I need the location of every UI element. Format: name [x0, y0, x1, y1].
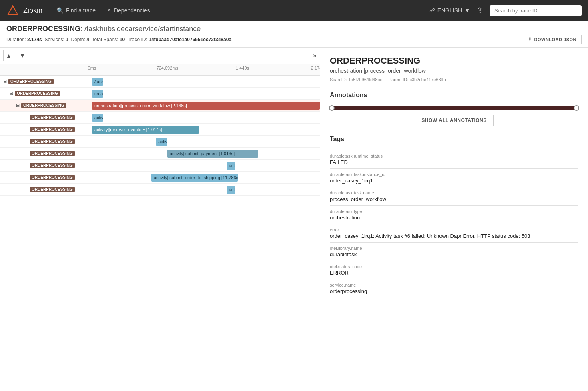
span-bar[interactable]: activity||submit_order_to_shipping [11.7… — [151, 174, 238, 182]
span-bar-area: activity||notify [5.775ms] — [92, 184, 320, 195]
find-trace-link[interactable]: 🔍 Find a trace — [52, 4, 100, 17]
tags-title: Tags — [330, 136, 578, 145]
annotations-title: Annotations — [330, 92, 578, 101]
span-row[interactable]: ORDERPROCESSINGactivity||notify [7.396ms… — [0, 136, 320, 148]
trace-id-value: 14fd0aad70afe1a076551ec72f348a0a — [149, 37, 231, 42]
trace-controls: ▲ ▼ » — [0, 48, 320, 64]
service-label: ORDERPROCESSING — [0, 175, 92, 180]
span-bar[interactable]: activity||submit_payment [1.013s] — [167, 150, 259, 158]
expand-panel-icon[interactable]: » — [313, 52, 317, 59]
span-row[interactable]: ORDERPROCESSINGactivity||submit_payment … — [0, 148, 320, 160]
span-bar[interactable]: activity||notify [7.013ms] — [227, 162, 236, 170]
span-bar-area: activity||submit_payment [1.013s] — [92, 148, 320, 159]
span-row[interactable]: ORDERPROCESSINGactivity||notify [5.775ms… — [0, 184, 320, 196]
nav-right: ☍ ENGLISH ▼ ⇪ — [429, 5, 582, 16]
service-badge: ORDERPROCESSING — [30, 163, 75, 168]
depth-value: 4 — [86, 37, 89, 42]
collapse-all-button[interactable]: ▲ — [3, 50, 14, 61]
span-bar-area: /taskhubsidecarservice/startinstance [5.… — [92, 76, 320, 87]
download-json-button[interactable]: ⇩ DOWNLOAD JSON — [523, 35, 582, 44]
span-bar-area: activity||submit_order_to_shipping [11.7… — [92, 172, 320, 183]
total-spans-value: 10 — [120, 37, 125, 42]
tag-value: orchestration — [330, 215, 578, 221]
service-label: ⊟ORDERPROCESSING — [0, 79, 92, 84]
tag-key: service.name — [330, 283, 578, 287]
span-id-value: 1b5f7b964fd68bef — [348, 77, 384, 82]
service-badge: ORDERPROCESSING — [15, 91, 60, 96]
duration-value: 2.174s — [27, 37, 42, 42]
service-badge: ORDERPROCESSING — [30, 175, 75, 180]
tag-row: durabletask.typeorchestration — [330, 205, 578, 224]
parent-id-label: Parent ID: — [389, 77, 409, 82]
trace-id-search-input[interactable] — [490, 5, 582, 16]
tag-key: error — [330, 227, 578, 232]
expand-toggle[interactable]: ⊟ — [10, 91, 13, 96]
span-bar[interactable]: activity||notify [7.396ms] — [156, 138, 167, 146]
tag-value: order_casey_1irq1 — [330, 178, 578, 184]
service-label: ORDERPROCESSING — [0, 187, 92, 192]
tag-row: durabletask.task.instance_idorder_casey_… — [330, 168, 578, 187]
upload-button[interactable]: ⇪ — [476, 6, 483, 15]
detail-panel: ORDERPROCESSING orchestration||process_o… — [320, 48, 588, 391]
expand-toggle[interactable]: ⊟ — [16, 103, 20, 108]
service-badge: ORDERPROCESSING — [30, 139, 75, 144]
timeline-ruler: 0ms 724.692ms 1.449s 2.174s — [92, 64, 320, 75]
tag-row: errororder_casey_1irq1: Activity task #6… — [330, 224, 578, 242]
detail-operation: orchestration||process_order_workflow — [330, 68, 578, 74]
services-value: 1 — [66, 37, 68, 42]
tag-key: otel.library.name — [330, 246, 578, 251]
span-bar[interactable]: create_orchestration||process_order_work… — [92, 90, 103, 98]
span-row[interactable]: ⊟ORDERPROCESSINGorchestration||process_o… — [0, 100, 320, 112]
span-row[interactable]: ORDERPROCESSINGactivity||submit_order_to… — [0, 172, 320, 184]
logo-text: Zipkin — [23, 6, 42, 15]
tag-value: FAILED — [330, 159, 578, 165]
span-row[interactable]: ⊟ORDERPROCESSING/taskhubsidecarservice/s… — [0, 76, 320, 88]
search-nav-icon: 🔍 — [57, 7, 64, 14]
tag-key: durabletask.runtime_status — [330, 154, 578, 158]
expand-toggle[interactable]: ⊟ — [3, 79, 7, 84]
expand-all-button[interactable]: ▼ — [17, 50, 28, 61]
trace-panel: ▲ ▼ » 0ms 724.692ms 1.449s 2.174s ⊟ORDER… — [0, 48, 320, 391]
service-label: ORDERPROCESSING — [0, 151, 92, 156]
service-label: ORDERPROCESSING — [0, 163, 92, 168]
service-label: ORDERPROCESSING — [0, 139, 92, 144]
service-badge: ORDERPROCESSING — [30, 115, 75, 120]
span-row[interactable]: ORDERPROCESSINGactivity||reserve_invento… — [0, 124, 320, 136]
span-bar[interactable]: activity||reserve_inventory [1.014s] — [92, 126, 199, 134]
span-row[interactable]: ORDERPROCESSINGactivity||notify [5.153ms… — [0, 112, 320, 124]
dependencies-nav-icon: ⚬ — [107, 7, 112, 14]
span-bar[interactable]: activity||notify [5.153ms] — [92, 114, 103, 122]
tag-row: otel.library.namedurabletask — [330, 242, 578, 261]
span-bar-area: create_orchestration||process_order_work… — [92, 88, 320, 99]
span-bar-area: activity||notify [5.153ms] — [92, 112, 320, 123]
span-row[interactable]: ⊟ORDERPROCESSINGcreate_orchestration||pr… — [0, 88, 320, 100]
span-bar[interactable]: orchestration||process_order_workflow [2… — [92, 102, 320, 110]
ruler-t1: 724.692ms — [157, 66, 178, 70]
duration-label: Duration: — [6, 37, 26, 42]
top-nav: Zipkin 🔍 Find a trace ⚬ Dependencies ☍ E… — [0, 0, 588, 21]
dependencies-link[interactable]: ⚬ Dependencies — [102, 4, 155, 17]
trace-header: ORDERPROCESSING: /taskhubsidecarservice/… — [0, 21, 588, 48]
show-all-annotations-button[interactable]: SHOW ALL ANNOTATIONS — [415, 115, 493, 126]
span-row[interactable]: ORDERPROCESSINGactivity||notify [7.013ms… — [0, 160, 320, 172]
span-bar[interactable]: activity||notify [5.775ms] — [227, 186, 236, 194]
language-selector[interactable]: ☍ ENGLISH ▼ — [429, 7, 470, 14]
tag-row: durabletask.runtime_statusFAILED — [330, 150, 578, 168]
detail-service-name: ORDERPROCESSING — [330, 56, 578, 66]
span-id-label: Span ID: — [330, 77, 347, 82]
span-bar-area: orchestration||process_order_workflow [2… — [92, 100, 320, 111]
translate-icon: ☍ — [429, 7, 435, 14]
tag-value: orderprocessing — [330, 288, 578, 294]
annotations-bar-container — [330, 106, 578, 110]
nav-links: 🔍 Find a trace ⚬ Dependencies — [52, 4, 420, 17]
tag-key: durabletask.task.name — [330, 190, 578, 195]
download-icon: ⇩ — [528, 37, 532, 42]
span-bar[interactable]: /taskhubsidecarservice/startinstance [5.… — [92, 78, 103, 86]
logo[interactable]: Zipkin — [6, 4, 42, 17]
zipkin-logo-icon — [6, 4, 19, 17]
main-content: ▲ ▼ » 0ms 724.692ms 1.449s 2.174s ⊟ORDER… — [0, 48, 588, 391]
trace-title: ORDERPROCESSING: /taskhubsidecarservice/… — [6, 25, 582, 33]
chevron-down-icon: ▼ — [464, 7, 470, 14]
tag-value: process_order_workflow — [330, 196, 578, 202]
service-label: ORDERPROCESSING — [0, 115, 92, 120]
